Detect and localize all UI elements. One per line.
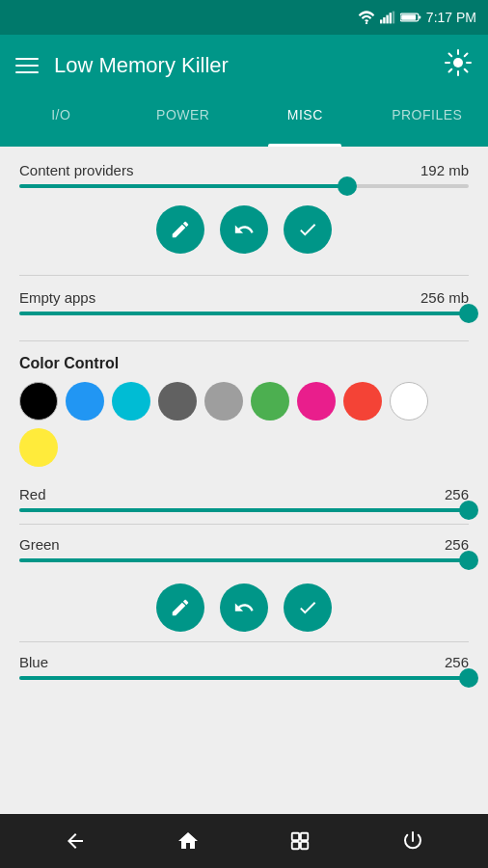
svg-rect-18: [292, 833, 299, 840]
tab-io[interactable]: I/O: [0, 96, 122, 147]
empty-apps-slider[interactable]: [19, 312, 469, 315]
recents-button[interactable]: [279, 820, 321, 862]
status-icons: 7:17 PM: [358, 10, 476, 25]
status-time: 7:17 PM: [426, 10, 476, 25]
svg-rect-7: [401, 14, 416, 20]
empty-apps-value: 256 mb: [420, 289, 469, 306]
swatch-gray[interactable]: [204, 382, 243, 420]
red-section: Red 256: [0, 482, 488, 520]
menu-icon[interactable]: [15, 58, 39, 73]
status-bar: 7:17 PM: [0, 0, 488, 35]
swatch-black[interactable]: [19, 382, 58, 420]
color-control-title: Color Control: [19, 355, 469, 372]
blue-slider[interactable]: [19, 676, 469, 680]
svg-line-15: [465, 68, 468, 71]
divider-2: [19, 340, 469, 341]
green-header: Green 256: [19, 536, 469, 553]
green-label: Green: [19, 536, 60, 553]
undo-button-1[interactable]: [220, 205, 268, 254]
page-title: Low Memory Killer: [54, 53, 229, 78]
swatch-magenta[interactable]: [297, 382, 336, 420]
edit-button-2[interactable]: [156, 583, 204, 632]
blue-section: Blue 256: [0, 646, 488, 688]
blue-header: Blue 256: [19, 654, 469, 670]
svg-line-17: [449, 68, 452, 71]
action-buttons-2: [0, 583, 488, 632]
svg-rect-3: [386, 15, 388, 24]
green-fill: [19, 558, 469, 562]
empty-apps-section: Empty apps 256 mb: [0, 276, 488, 331]
divider-4: [19, 641, 469, 642]
tab-misc[interactable]: Misc: [244, 96, 366, 147]
svg-rect-4: [389, 13, 391, 23]
wifi-icon: [358, 11, 375, 24]
color-swatches-row: [0, 382, 488, 467]
power-button[interactable]: [392, 820, 434, 862]
svg-rect-8: [419, 15, 420, 18]
content-providers-header: Content providers 192 mb: [19, 162, 469, 178]
blue-fill: [19, 676, 469, 680]
blue-thumb[interactable]: [459, 668, 478, 688]
empty-apps-thumb[interactable]: [459, 304, 478, 323]
tab-bar: I/O Power Misc Profiles: [0, 96, 488, 147]
home-button[interactable]: [167, 820, 209, 862]
edit-button-1[interactable]: [156, 205, 204, 254]
svg-point-0: [366, 22, 367, 24]
empty-apps-label: Empty apps: [19, 289, 95, 306]
green-thumb[interactable]: [459, 551, 478, 570]
empty-apps-header: Empty apps 256 mb: [19, 289, 469, 306]
red-header: Red 256: [19, 486, 469, 502]
svg-rect-20: [292, 842, 299, 849]
tab-power[interactable]: Power: [122, 96, 245, 147]
confirm-button-1[interactable]: [284, 205, 332, 254]
undo-button-2[interactable]: [220, 583, 268, 632]
swatch-white[interactable]: [390, 382, 428, 420]
swatch-blue[interactable]: [66, 382, 104, 420]
action-buttons-1: [19, 205, 469, 254]
svg-line-14: [449, 53, 452, 56]
brightness-icon[interactable]: [444, 48, 473, 84]
back-button[interactable]: [54, 820, 96, 862]
content-providers-fill: [19, 184, 347, 188]
green-slider[interactable]: [19, 558, 469, 562]
nav-bar: [0, 814, 488, 868]
red-slider[interactable]: [19, 508, 469, 512]
content-providers-section: Content providers 192 mb: [0, 147, 488, 275]
swatch-yellow[interactable]: [19, 428, 58, 467]
content-providers-thumb[interactable]: [338, 176, 357, 196]
main-content: Content providers 192 mb: [0, 147, 488, 814]
empty-apps-fill: [19, 312, 469, 315]
red-label: Red: [19, 486, 46, 502]
confirm-button-2[interactable]: [284, 583, 332, 632]
svg-rect-21: [301, 842, 308, 849]
tab-profiles[interactable]: Profiles: [366, 96, 489, 147]
swatch-cyan[interactable]: [112, 382, 150, 420]
svg-rect-2: [383, 17, 385, 23]
content-providers-label: Content providers: [19, 162, 133, 178]
battery-icon: [400, 12, 421, 23]
swatch-dark-gray[interactable]: [158, 382, 197, 420]
green-section: Green 256: [0, 529, 488, 570]
divider-3: [19, 524, 469, 525]
color-control-section: Color Control Red 256: [0, 355, 488, 688]
swatch-green[interactable]: [251, 382, 289, 420]
svg-point-9: [453, 58, 463, 68]
red-fill: [19, 508, 469, 512]
blue-label: Blue: [19, 654, 48, 670]
signal-icon: [380, 11, 395, 24]
red-thumb[interactable]: [459, 501, 478, 520]
content-providers-value: 192 mb: [420, 162, 469, 178]
svg-rect-19: [301, 833, 308, 840]
svg-rect-5: [393, 12, 394, 24]
swatch-red[interactable]: [343, 382, 382, 420]
toolbar-left: Low Memory Killer: [15, 53, 229, 78]
toolbar: Low Memory Killer: [0, 35, 488, 96]
content-providers-slider[interactable]: [19, 184, 469, 188]
svg-rect-1: [380, 19, 382, 23]
svg-line-16: [465, 53, 468, 56]
